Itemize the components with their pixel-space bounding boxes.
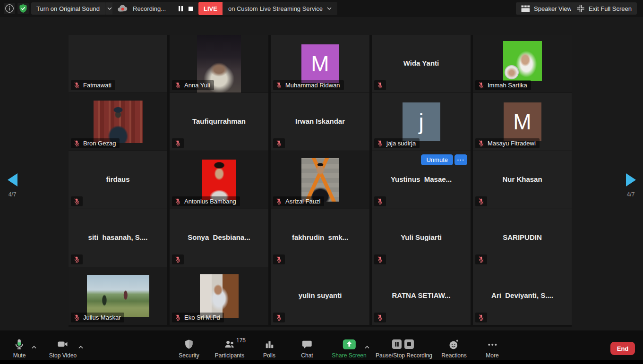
pause-recording-button[interactable] (178, 6, 184, 12)
end-meeting-button[interactable]: End (610, 342, 635, 355)
participant-avatar: M (301, 44, 339, 83)
mic-muted-icon (275, 256, 283, 263)
participant-tile[interactable]: Eko Sri M.Pd (170, 267, 268, 325)
encryption-status-button[interactable] (17, 3, 29, 14)
participant-tile[interactable]: Julius Maskar (69, 267, 167, 325)
participant-video (202, 160, 236, 200)
participant-name: fakhrudin smk... (271, 233, 369, 241)
stop-recording-button[interactable] (188, 6, 193, 11)
participant-status-chip: Fatmawati (71, 80, 115, 90)
meeting-info-button[interactable] (4, 3, 15, 14)
security-shield-icon (183, 339, 195, 350)
participant-status-chip: Eko Sri M.Pd (172, 313, 224, 322)
participants-button[interactable]: 175 Participants (215, 338, 245, 359)
participant-tile[interactable]: Irwan Iskandar (271, 93, 369, 151)
live-badge: LIVE (198, 2, 223, 15)
participant-tile[interactable]: yulin suyanti (271, 267, 369, 325)
mic-muted-icon (174, 198, 181, 205)
original-sound-button[interactable]: Turn on Original Sound (31, 2, 105, 15)
mute-options-button[interactable] (31, 342, 37, 351)
participant-tile[interactable]: MMasayu Fitradewi (473, 93, 572, 151)
participant-tile[interactable]: Sonya Desbiana... (170, 209, 268, 267)
mic-muted-icon (377, 198, 384, 205)
page-indicator: 4/7 (619, 191, 642, 198)
video-options-button[interactable] (78, 342, 84, 351)
next-page-arrow[interactable] (626, 173, 636, 186)
participant-tile[interactable]: Anna Yuli (170, 35, 268, 93)
speaker-view-button[interactable]: Speaker View (516, 2, 577, 15)
recording-status-label: Recording... (133, 5, 166, 12)
participant-tile[interactable]: Yuli Sugiarti (372, 209, 471, 267)
mic-muted-icon (377, 256, 384, 263)
caret-down-icon (327, 7, 332, 10)
participant-tile[interactable]: Immah Sartika (473, 35, 572, 93)
mic-muted-icon (478, 82, 485, 89)
participant-tile[interactable]: MMuhammad Ridwan (271, 35, 369, 93)
polls-button[interactable]: Polls (263, 338, 275, 359)
participant-tile[interactable]: Yustinus Masae...Unmute··· (372, 151, 471, 209)
mic-icon (13, 338, 26, 350)
mic-muted-icon (377, 140, 384, 147)
chat-button[interactable]: Chat (301, 338, 313, 359)
share-screen-button[interactable]: Share Screen (332, 338, 366, 359)
participant-name: Sonya Desbiana... (170, 233, 268, 241)
participant-video (301, 158, 339, 202)
stop-video-button[interactable]: Stop Video (49, 338, 77, 359)
participant-status-chip: Muhammad Ridwan (273, 80, 344, 90)
participant-tile[interactable]: RATNA SETIAW... (372, 267, 471, 325)
security-button[interactable]: Security (179, 338, 199, 359)
participant-video (87, 275, 149, 317)
participant-tile[interactable]: fakhrudin smk... (271, 209, 369, 267)
participant-tile[interactable]: jjaja sudirja (372, 93, 471, 151)
shield-check-icon (18, 3, 28, 14)
participant-tile[interactable]: Wida Yanti (372, 35, 471, 93)
participant-tile[interactable]: Ari Deviyanti, S.... (473, 267, 572, 325)
mic-muted-icon (73, 314, 80, 321)
participant-tile[interactable]: Taufiqurrahman (170, 93, 268, 151)
participant-status-chip: Bron Gezag (71, 138, 120, 148)
reactions-button[interactable]: Reactions (441, 338, 466, 359)
participants-icon (223, 338, 236, 350)
participant-tile[interactable]: SARIPUDIN (473, 209, 572, 267)
avatar-letter: j (419, 111, 423, 133)
mic-muted-icon (377, 314, 384, 321)
meeting-toolbar: Mute Stop Video Security 175 Participant… (0, 330, 643, 364)
unmute-button[interactable]: Unmute (421, 154, 453, 165)
pause-stop-recording-button[interactable]: Pause/Stop Recording (376, 338, 432, 359)
participant-status-chip: Immah Sartika (475, 80, 531, 90)
exit-full-screen-button[interactable]: Exit Full Screen (571, 2, 637, 15)
mic-muted-icon (174, 256, 181, 263)
participant-name: yulin suyanti (271, 291, 369, 299)
mic-muted-icon (478, 140, 485, 147)
participant-name: Taufiqurrahman (170, 117, 268, 125)
participant-status-chip (273, 138, 285, 148)
more-button[interactable]: More (486, 338, 498, 359)
prev-page-arrow[interactable] (8, 173, 17, 186)
next-page-control[interactable]: 4/7 (619, 173, 642, 198)
mic-muted-icon (275, 140, 283, 147)
participant-name: jaja sudirja (386, 140, 416, 147)
participant-status-chip (172, 254, 184, 264)
participant-name: SARIPUDIN (473, 233, 572, 241)
mic-muted-icon (478, 198, 485, 205)
participant-tile[interactable]: firdaus (69, 151, 167, 209)
participant-tile[interactable]: Fatmawati (69, 35, 167, 93)
caret-up-icon (78, 346, 84, 349)
participant-tile[interactable]: Nur Khasan (473, 151, 572, 209)
participant-name: Asrizal Fauzi (285, 198, 320, 205)
participant-tile[interactable]: Bron Gezag (69, 93, 167, 151)
live-streaming-service-button[interactable]: on Custom Live Streaming Service (223, 2, 337, 15)
share-screen-icon (342, 339, 356, 350)
share-options-button[interactable] (364, 342, 370, 351)
mute-button[interactable]: Mute (13, 338, 26, 359)
mic-muted-icon (73, 256, 80, 263)
mic-muted-icon (275, 314, 283, 321)
participant-avatar: j (403, 102, 440, 141)
previous-page-control[interactable]: 4/7 (1, 173, 24, 198)
participant-tile[interactable]: Antonius Bambang (170, 151, 268, 209)
participant-status-chip (71, 196, 83, 206)
participant-tile[interactable]: siti hasanah, S.... (69, 209, 167, 267)
participant-more-button[interactable]: ··· (454, 154, 467, 165)
participant-tile[interactable]: Asrizal Fauzi (271, 151, 369, 209)
participant-status-chip (172, 138, 184, 148)
